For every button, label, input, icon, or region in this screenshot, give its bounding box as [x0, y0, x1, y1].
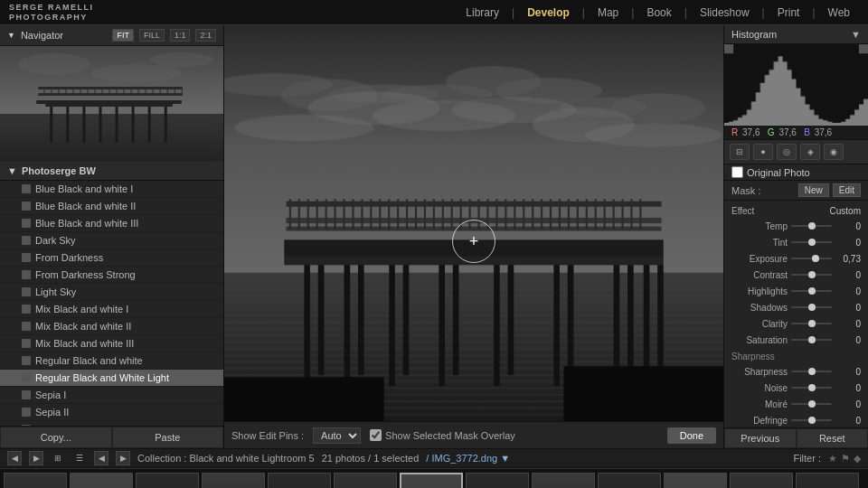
list-view-btn[interactable]: ☰ — [72, 451, 87, 465]
filmstrip-thumb-3[interactable] — [202, 473, 265, 489]
preset-item-13[interactable]: Sepia II — [0, 404, 223, 421]
preset-item-12[interactable]: Sepia I — [0, 387, 223, 404]
done-button[interactable]: Done — [667, 427, 716, 444]
copy-button[interactable]: Copy... — [0, 427, 112, 448]
preset-item-10[interactable]: Regular Black and white — [0, 352, 223, 370]
filmstrip-thumb-11[interactable] — [730, 473, 793, 489]
filmstrip-thumb-8[interactable] — [532, 473, 595, 489]
top-bar: SERGE RAMELLI PHOTOGRAPHY Library | Deve… — [0, 0, 868, 25]
preset-item-label: Light Sky — [35, 286, 76, 297]
navigator-fit-btn[interactable]: FIT — [112, 29, 134, 42]
detail-slider-0[interactable] — [791, 365, 832, 378]
mask-edit-btn[interactable]: Edit — [833, 183, 861, 197]
adj-slider-1[interactable] — [791, 268, 832, 281]
adj-label-0: Exposure — [731, 254, 788, 264]
nav-next-img-btn[interactable]: ▶ — [116, 451, 130, 465]
nav-print[interactable]: Print — [769, 3, 809, 23]
radial-filter-btn[interactable]: ◉ — [824, 144, 844, 160]
filmstrip-thumb-12[interactable] — [796, 473, 859, 489]
preset-group-header[interactable]: ▼ Photoserge BW — [0, 162, 223, 181]
redeye-btn[interactable]: ◎ — [777, 144, 797, 160]
star-filter-icon[interactable]: ★ — [828, 453, 837, 465]
detail-slider-3[interactable] — [791, 414, 832, 427]
mask-row: Mask : New Edit — [724, 181, 868, 201]
flag-filter-icon[interactable]: ⚑ — [841, 453, 850, 465]
filmstrip-thumb-7[interactable] — [466, 473, 529, 489]
reset-button[interactable]: Reset — [797, 428, 869, 448]
nav-slideshow[interactable]: Slideshow — [691, 3, 759, 23]
histogram-menu-icon[interactable]: ▼ — [851, 29, 861, 40]
detail-slider-2[interactable] — [791, 398, 832, 410]
adj-slider-0[interactable] — [791, 252, 832, 265]
filmstrip-thumb-4[interactable] — [268, 473, 331, 489]
navigator-collapse-icon[interactable]: ▼ — [7, 31, 15, 40]
tint-slider[interactable] — [791, 236, 832, 249]
adj-slider-2[interactable] — [791, 285, 832, 297]
preset-items-container: Blue Black and white IBlue Black and whi… — [0, 181, 223, 426]
detail-label-3: Defringe — [731, 416, 788, 426]
filmstrip-thumb-5[interactable] — [334, 473, 397, 489]
preset-item-11[interactable]: Regular Black and White Light — [0, 370, 223, 387]
preset-item-1[interactable]: Blue Black and white II — [0, 198, 223, 215]
navigator-2to1-btn[interactable]: 2:1 — [195, 29, 216, 42]
nav-develop[interactable]: Develop — [518, 3, 579, 23]
detail-slider-1[interactable] — [791, 381, 832, 394]
filmstrip-thumb-9[interactable] — [598, 473, 661, 489]
filter-label: Filter : — [793, 453, 821, 464]
graduated-filter-btn[interactable]: ◈ — [800, 144, 820, 160]
nav-back-btn[interactable]: ◀ — [7, 451, 22, 465]
preset-item-4[interactable]: From Darkness — [0, 249, 223, 267]
left-panel: ▼ Navigator FIT FILL 1:1 2:1 ▼ Photoserg… — [0, 25, 224, 448]
presets-panel[interactable]: ▼ Photoserge BW Blue Black and white IBl… — [0, 162, 223, 426]
nav-prev-img-btn[interactable]: ◀ — [94, 451, 108, 465]
filmstrip-thumb-10[interactable] — [664, 473, 727, 489]
preset-item-icon — [22, 253, 31, 262]
preset-item-9[interactable]: Mix Black and white III — [0, 335, 223, 352]
tint-label: Tint — [731, 238, 788, 248]
temp-slider[interactable] — [791, 220, 832, 232]
nav-forward-btn[interactable]: ▶ — [29, 451, 43, 465]
filmstrip-thumb-6[interactable] — [400, 473, 463, 489]
adj-row-2: Highlights0 — [724, 283, 868, 299]
preset-item-7[interactable]: Mix Black and white I — [0, 301, 223, 318]
filmstrip-thumb-canvas-6 — [401, 474, 463, 489]
filmstrip-thumb-2[interactable] — [136, 473, 199, 489]
spot-removal-btn[interactable]: ● — [753, 144, 773, 160]
previous-button[interactable]: Previous — [724, 428, 797, 448]
mask-new-btn[interactable]: New — [798, 183, 829, 197]
show-edit-pins-label: Show Edit Pins : — [231, 430, 304, 441]
preset-item-3[interactable]: Dark Sky — [0, 232, 223, 249]
detail-row-2: Moiré0 — [724, 396, 868, 412]
preset-item-5[interactable]: From Darkness Strong — [0, 267, 223, 284]
adj-slider-5[interactable] — [791, 333, 832, 346]
color-filter-icon[interactable]: ◆ — [854, 453, 861, 465]
detail-label-0: Sharpness — [731, 367, 788, 377]
filename-link[interactable]: / IMG_3772.dng ▼ — [426, 453, 510, 464]
mask-overlay-circle[interactable]: + — [452, 220, 495, 263]
photos-count-text: 21 photos / 1 selected — [322, 453, 420, 464]
filmstrip-thumb-1[interactable] — [70, 473, 133, 489]
preset-item-0[interactable]: Blue Black and white I — [0, 181, 223, 198]
paste-button[interactable]: Paste — [112, 427, 224, 448]
grid-view-btn[interactable]: ⊞ — [51, 451, 65, 465]
adj-slider-4[interactable] — [791, 317, 832, 330]
pins-mode-dropdown[interactable]: Auto — [313, 427, 361, 444]
navigator-fill-btn[interactable]: FILL — [139, 29, 165, 42]
nav-book[interactable]: Book — [637, 3, 680, 23]
preset-item-6[interactable]: Light Sky — [0, 284, 223, 301]
filmstrip-thumb-0[interactable] — [4, 473, 67, 489]
nav-map[interactable]: Map — [589, 3, 627, 23]
crop-tool-btn[interactable]: ⊟ — [730, 144, 750, 160]
navigator-1to1-btn[interactable]: 1:1 — [170, 29, 191, 42]
original-photo-checkbox[interactable] — [731, 166, 743, 178]
mask-overlay-checkbox[interactable] — [370, 429, 382, 441]
adj-slider-3[interactable] — [791, 301, 832, 314]
preset-item-2[interactable]: Blue Black and white III — [0, 215, 223, 232]
tint-row: Tint 0 — [724, 234, 868, 250]
right-bottom-buttons: Previous Reset — [724, 427, 868, 448]
preset-item-8[interactable]: Mix Black and white II — [0, 318, 223, 335]
nav-library[interactable]: Library — [457, 3, 508, 23]
adj-value-2: 0 — [835, 286, 861, 296]
nav-web[interactable]: Web — [819, 3, 859, 23]
preset-item-icon — [22, 356, 31, 365]
